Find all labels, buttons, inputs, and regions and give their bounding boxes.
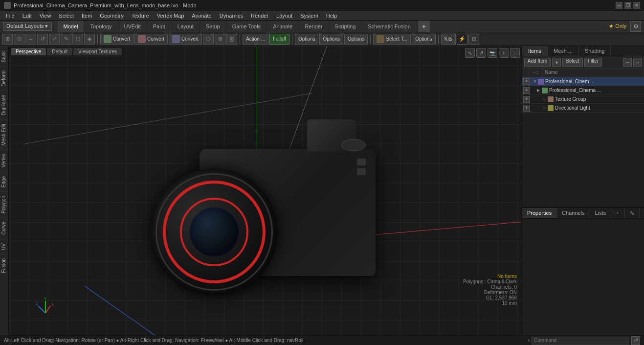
- eye-toggle-1[interactable]: 👁: [523, 78, 530, 85]
- add-item-button[interactable]: Add Item: [524, 58, 551, 67]
- action-button[interactable]: Action ...: [243, 34, 268, 45]
- filter-button[interactable]: Filter: [584, 58, 602, 67]
- cmd-execute-button[interactable]: ⏎: [631, 336, 640, 345]
- arrow-4[interactable]: ─: [543, 106, 548, 110]
- left-tab-basic[interactable]: Basic: [0, 46, 7, 66]
- tree-row-2[interactable]: 👁 ▶ Professional_Cinema ...: [522, 86, 644, 95]
- menu-item-item[interactable]: Item: [78, 11, 96, 21]
- mode-tab-scripting[interactable]: Scripting: [329, 21, 362, 32]
- menu-item-animate[interactable]: Animate: [188, 11, 215, 21]
- select-tool-button[interactable]: Select T...: [373, 34, 411, 45]
- options2-button[interactable]: Options: [412, 34, 435, 45]
- menu-item-system[interactable]: System: [296, 11, 322, 21]
- props-gear-btn[interactable]: ⚙: [640, 208, 644, 218]
- tool-mode[interactable]: ◈: [84, 34, 95, 45]
- viewport-fit-button[interactable]: ⤡: [465, 48, 475, 58]
- tool-scale[interactable]: ⤢: [49, 34, 60, 45]
- extra-icon[interactable]: ⊞: [468, 34, 479, 45]
- menu-item-texture[interactable]: Texture: [128, 11, 153, 21]
- viewport-plus-button[interactable]: +: [499, 48, 509, 58]
- viewport-tab-textures[interactable]: Viewport Textures: [73, 48, 122, 55]
- props-tab-lists[interactable]: Lists: [590, 208, 612, 218]
- left-tab-vertex[interactable]: Vertex: [0, 149, 7, 171]
- close-button[interactable]: ✕: [633, 2, 640, 9]
- options-button-2[interactable]: Options: [319, 34, 343, 45]
- command-input[interactable]: [532, 337, 629, 345]
- minimize-button[interactable]: ─: [616, 2, 622, 9]
- kits-button[interactable]: Kits: [441, 34, 456, 45]
- tool-snap[interactable]: ⊞: [2, 34, 13, 45]
- menu-item-view[interactable]: View: [36, 11, 55, 21]
- tool-transform[interactable]: ↔: [25, 34, 36, 45]
- mode-tab-paint[interactable]: Paint: [147, 21, 172, 32]
- menu-item-geometry[interactable]: Geometry: [96, 11, 127, 21]
- eye-toggle-2[interactable]: 👁: [523, 87, 530, 94]
- left-tab-deform[interactable]: Deform: [0, 66, 7, 91]
- layout-dropdown[interactable]: Default Layouts ▾: [3, 22, 52, 31]
- convert-button-3[interactable]: Convert: [169, 34, 202, 45]
- menu-item-select[interactable]: Select: [55, 11, 78, 21]
- left-tab-curve[interactable]: Curve: [0, 217, 7, 239]
- menu-item-layout[interactable]: Layout: [272, 11, 296, 21]
- viewport-tab-perspective[interactable]: Perspective: [11, 48, 46, 55]
- tool-world[interactable]: ⊙: [14, 34, 24, 45]
- tree-row-3[interactable]: 👁 ─ Texture Group: [522, 95, 644, 104]
- convert-button-2[interactable]: Convert: [134, 34, 168, 45]
- tool-edit[interactable]: ✎: [61, 34, 71, 45]
- viewport-tab-default[interactable]: Default: [47, 48, 72, 55]
- viewport-minus-button[interactable]: −: [510, 48, 520, 58]
- mode-tab-render[interactable]: Render: [299, 21, 329, 32]
- tool-chain[interactable]: ⛓: [226, 34, 237, 45]
- left-tab-duplicate[interactable]: Duplicate: [0, 91, 7, 119]
- maximize-button[interactable]: ❐: [624, 2, 631, 9]
- props-expand-btn[interactable]: ⤡: [625, 208, 640, 218]
- select-button[interactable]: Select: [562, 58, 583, 67]
- arrow-2[interactable]: ▶: [537, 88, 542, 92]
- options-button-1[interactable]: Options: [295, 34, 318, 45]
- menu-item-file[interactable]: File: [2, 11, 19, 21]
- unreal-icon[interactable]: ⚡: [457, 34, 467, 45]
- mode-tab-topology[interactable]: Topology: [84, 21, 118, 32]
- tool-rotate[interactable]: ↺: [37, 34, 48, 45]
- menu-item-dynamics[interactable]: Dynamics: [216, 11, 247, 21]
- mode-tab-schematic-fusion[interactable]: Schematic Fusion: [362, 21, 417, 32]
- menu-item-help[interactable]: Help: [322, 11, 341, 21]
- tab-items[interactable]: Items: [522, 46, 548, 56]
- viewport[interactable]: Perspective Default Viewport Textures ⤡ …: [9, 46, 522, 335]
- mode-tab-game-tools[interactable]: Game Tools: [226, 21, 267, 32]
- add-tab-button[interactable]: +: [418, 21, 430, 32]
- viewport-reset-button[interactable]: ↺: [476, 48, 486, 58]
- tool-extra[interactable]: ⬡: [203, 34, 214, 45]
- left-tab-mesh-edit[interactable]: Mesh Edit: [0, 119, 7, 149]
- props-tab-properties[interactable]: Properties: [522, 208, 557, 218]
- left-tab-fusion[interactable]: Fusion: [0, 254, 7, 277]
- collapse-button[interactable]: ─: [623, 58, 632, 67]
- eye-toggle-3[interactable]: 👁: [523, 96, 530, 103]
- mode-tab-layout[interactable]: Layout: [172, 21, 200, 32]
- menu-item-render[interactable]: Render: [247, 11, 272, 21]
- mode-tab-model[interactable]: Model: [58, 21, 85, 32]
- left-tab-edge[interactable]: Edge: [0, 172, 7, 191]
- arrow-3[interactable]: ─: [543, 97, 548, 101]
- expand-button[interactable]: ↔: [633, 58, 642, 67]
- menu-item-edit[interactable]: Edit: [19, 11, 36, 21]
- left-tab-uv[interactable]: UV: [0, 239, 7, 254]
- falloff-button[interactable]: Falloff: [269, 34, 289, 45]
- convert-button-1[interactable]: Convert: [100, 34, 133, 45]
- add-item-dropdown[interactable]: ▾: [552, 58, 561, 67]
- star-only-label[interactable]: ★ Only: [606, 23, 629, 29]
- mode-tab-uvedit[interactable]: UVEdit: [118, 21, 147, 32]
- menu-item-vertex map[interactable]: Vertex Map: [153, 11, 188, 21]
- tree-row-4[interactable]: 👁 ─ Directional Light: [522, 104, 644, 113]
- props-add-btn[interactable]: +: [611, 208, 624, 218]
- tab-shading[interactable]: Shading: [579, 46, 611, 56]
- mode-tab-animate[interactable]: Animate: [267, 21, 299, 32]
- arrow-1[interactable]: ▼: [533, 79, 538, 84]
- left-tab-polygon[interactable]: Polygon: [0, 191, 7, 217]
- settings-button[interactable]: ⚙: [630, 21, 641, 32]
- props-tab-channels[interactable]: Channels: [557, 208, 590, 218]
- eye-toggle-4[interactable]: 👁: [523, 105, 530, 112]
- tool-select[interactable]: ◻: [72, 34, 83, 45]
- tab-mesh[interactable]: Mesh ...: [548, 46, 579, 56]
- tool-globe[interactable]: ⊕: [215, 34, 225, 45]
